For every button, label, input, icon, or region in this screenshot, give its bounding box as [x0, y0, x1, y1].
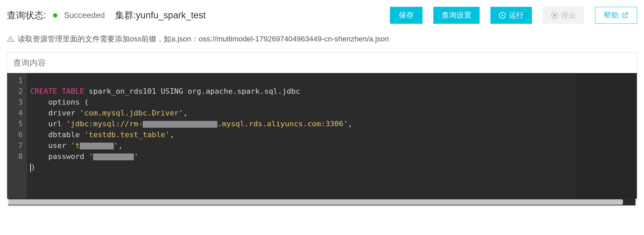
line-number-gutter: 1 2 3 4 5 6 7 8	[7, 73, 27, 199]
query-settings-button[interactable]: 查询设置	[433, 7, 480, 24]
stop-button-label: 停止	[561, 10, 576, 20]
line-number: 4	[13, 108, 23, 119]
editor-title: 查询内容	[7, 53, 637, 73]
header-bar: 查询状态: Succeeded 集群:yunfu_spark_test 保存 查…	[0, 0, 644, 31]
line-number: 5	[13, 119, 23, 129]
scrollbar-thumb[interactable]	[8, 199, 623, 205]
notice-text: 读取资源管理里面的文件需要添加oss前缀，如a.json：oss://multi…	[18, 34, 389, 44]
cluster-label: 集群:yunfu_spark_test	[115, 9, 206, 21]
warning-triangle-icon	[7, 35, 14, 43]
editor-panel: 查询内容 1 2 3 4 5 6 7 8 CREATE TABLE spark_…	[7, 52, 637, 207]
redacted-icon	[80, 143, 114, 149]
stop-button: 停止	[543, 7, 584, 24]
line-number: 1	[13, 75, 23, 86]
code-line: user 't',	[30, 140, 572, 151]
code-editor[interactable]: 1 2 3 4 5 6 7 8 CREATE TABLE spark_on_rd…	[7, 73, 637, 199]
stop-circle-icon	[551, 12, 558, 19]
code-line: )	[30, 162, 572, 173]
line-number: 2	[13, 86, 23, 97]
code-content[interactable]: CREATE TABLE spark_on_rds101 USING org.a…	[27, 73, 576, 199]
line-number: 3	[13, 97, 23, 108]
status-value: Succeeded	[64, 11, 105, 20]
save-button-label: 保存	[399, 10, 414, 20]
redacted-icon	[143, 121, 217, 128]
code-line: options (	[30, 97, 572, 108]
play-circle-icon	[499, 12, 506, 19]
notice-bar: 读取资源管理里面的文件需要添加oss前缀，如a.json：oss://multi…	[0, 31, 644, 52]
line-number: 8	[13, 151, 23, 162]
line-number: 6	[13, 129, 23, 140]
svg-rect-2	[553, 14, 556, 16]
status-dot-icon	[53, 13, 57, 18]
query-settings-button-label: 查询设置	[442, 10, 471, 20]
svg-point-4	[10, 40, 11, 41]
help-button-label: 帮助	[604, 10, 619, 20]
code-line: password ''	[30, 151, 572, 162]
horizontal-scrollbar[interactable]	[8, 199, 636, 205]
help-button[interactable]: 帮助	[595, 7, 637, 24]
run-button-label: 运行	[509, 10, 524, 20]
external-link-icon	[621, 12, 629, 19]
code-line: driver 'com.mysql.jdbc.Driver',	[30, 108, 572, 119]
code-line: CREATE TABLE spark_on_rds101 USING org.a…	[30, 86, 572, 97]
code-line: dbtable 'testdb.test_table',	[30, 129, 572, 140]
code-line: url 'jdbc:mysql://rm-.mysql.rds.aliyuncs…	[30, 119, 572, 129]
minimap[interactable]	[576, 73, 637, 199]
save-button[interactable]: 保存	[390, 7, 423, 24]
status-label: 查询状态:	[7, 9, 46, 21]
line-number: 7	[13, 140, 23, 151]
redacted-icon	[93, 153, 134, 160]
run-button[interactable]: 运行	[490, 7, 532, 24]
